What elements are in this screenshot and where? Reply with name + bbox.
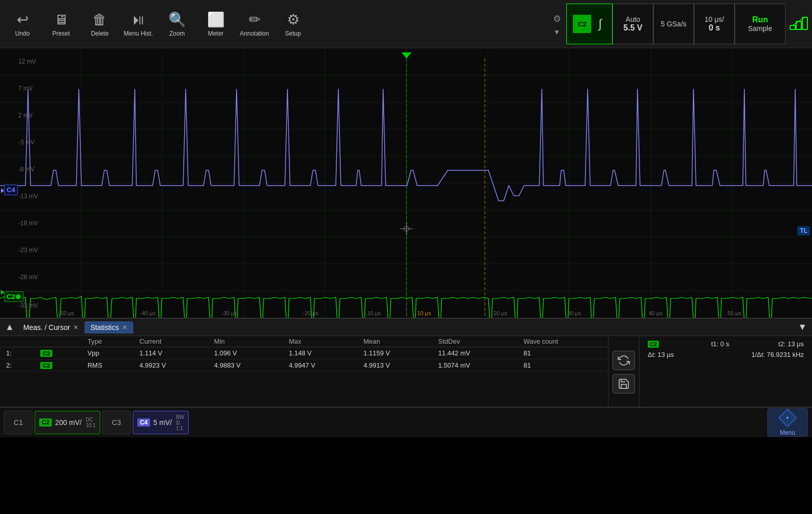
run-button[interactable]: Run Sample [735,4,786,44]
statistics-table: Type Current Min Max Mean StdDev Wave co… [0,336,608,372]
table-header-row: Type Current Min Max Mean StdDev Wave co… [0,336,608,347]
voltage-mode-panel[interactable]: Auto 5.5 V [613,4,653,44]
settings-icon[interactable]: ⚙ [550,12,564,26]
c3-channel-button[interactable]: C3 [102,411,131,434]
svg-text:-20 μs: -20 μs [303,310,318,316]
row2-index: 2: [0,359,34,372]
menu-button[interactable]: ✦ Menu [767,408,808,437]
col-current: Current [133,336,208,347]
svg-text:-13 mV: -13 mV [18,193,38,200]
c2-scale-value: 200 mV/ [55,418,81,427]
col-type: Type [81,336,133,347]
integral-icon: ∫ [594,17,606,31]
network-icon[interactable] [790,13,808,35]
c1-channel-button[interactable]: C1 [4,411,33,434]
time-div-panel[interactable]: 10 μs/ 0 s [694,4,735,44]
c3-label: C3 [112,418,121,427]
svg-text:-28 mV: -28 mV [18,274,38,281]
c4-badge: C4 [137,418,150,427]
time-offset-label: 0 s [709,23,720,33]
run-mode-label: Run [752,15,768,24]
toolbar-right: ⚙ ▼ C2 ∫ Auto 5.5 V 5 GSa/s 10 μs/ 0 s R… [548,0,808,48]
voltage-value: 5.5 V [623,23,642,33]
panel-tabs: ▲ Meas. / Cursor ✕ Statistics ✕ ▼ [0,319,812,336]
statistics-tab[interactable]: Statistics ✕ [84,321,133,334]
zoom-button[interactable]: 🔍 Zoom [159,4,195,44]
col-stddev: StdDev [432,336,517,347]
save-button[interactable] [613,374,635,394]
svg-text:50 μs: 50 μs [728,310,742,316]
svg-text:-8 mV: -8 mV [18,166,35,173]
c4-channel-button[interactable]: C4 5 mV/ BW Ω 1:1 [133,411,189,434]
table-row: 1: C2 Vpp 1.114 V 1.096 V 1.148 V 1.1159… [0,347,608,359]
meter-button[interactable]: ⬜ Meter [197,4,234,44]
stats-actions [608,336,639,408]
preset-icon: 🖥 [54,11,68,28]
sample-rate-panel[interactable]: 5 GSa/s [653,4,694,44]
preset-button[interactable]: 🖥 Preset [43,4,79,44]
ch4-label[interactable]: C4 [4,185,18,195]
meas-cursor-tab[interactable]: Meas. / Cursor ✕ [17,321,84,334]
refresh-button[interactable] [613,351,635,370]
svg-text:-33 mV: -33 mV [18,302,38,309]
meas-cursor-close[interactable]: ✕ [73,324,78,331]
col-min: Min [208,336,283,347]
svg-text:-30 μs: -30 μs [221,310,237,316]
col-ch [34,336,81,347]
undo-label: Undo [15,30,30,37]
t2-value: t2: 13 μs [778,340,804,348]
menu-hist-button[interactable]: ⏯ Menu Hist. [120,4,157,44]
channel-indicator[interactable]: C2 ∫ [566,4,613,44]
c1-label: C1 [14,418,23,427]
svg-text:7 mV: 7 mV [18,85,33,92]
ch2-label[interactable]: C2⊕ [4,291,23,302]
delete-label: Delete [91,30,109,37]
statistics-close[interactable]: ✕ [122,324,127,331]
menu-hist-icon: ⏯ [131,11,146,28]
row1-channel: C2 [34,347,81,359]
panel-left-arrow[interactable]: ▲ [2,322,17,332]
bottom-bar: C1 C2 200 mV/ DC 10:1 C3 C4 5 mV/ BW Ω 1… [0,407,812,437]
setup-label: Setup [285,30,301,37]
svg-text:-23 mV: -23 mV [18,247,38,254]
dt-row: Δt: 13 μs 1/Δt: 76.9231 kHz [648,351,804,358]
dropdown-arrow-icon[interactable]: ▼ [553,28,560,36]
zoom-icon: 🔍 [168,11,186,28]
setup-button[interactable]: ⚙ Setup [275,4,311,44]
row1-current: 1.114 V [133,347,208,359]
delete-button[interactable]: 🗑 Delete [81,4,118,44]
grid-svg: 12 mV 7 mV 2 mV -3 mV -8 mV -13 mV -18 m… [0,48,812,318]
svg-text:20 μs: 20 μs [494,310,508,316]
panel-right-arrow[interactable]: ▼ [795,322,810,332]
svg-text:-50 μs: -50 μs [59,310,74,316]
row1-type: Vpp [81,347,133,359]
row1-stddev: 11.442 mV [432,347,517,359]
row2-min: 4.9883 V [208,359,283,372]
row2-max: 4.9947 V [283,359,358,372]
run-sub-label: Sample [748,24,772,33]
col-index [0,336,34,347]
row2-type: RMS [81,359,133,372]
c2-channel-button[interactable]: C2 200 mV/ DC 10:1 [35,411,100,434]
svg-text:-3 mV: -3 mV [18,139,35,146]
svg-text:12 mV: 12 mV [18,58,36,65]
time-div-label: 10 μs/ [705,15,724,23]
c4-bw-info: BW Ω 1:1 [176,414,184,431]
t1-t2-row: C2 t1: 0 s t2: 13 μs [648,340,804,348]
meter-label: Meter [208,30,224,37]
delete-icon: 🗑 [93,11,107,28]
menu-label: Menu [780,429,795,436]
row2-mean: 4.9913 V [357,359,432,372]
tl-label[interactable]: TL [797,226,810,235]
annotation-button[interactable]: ✏ Annotation [236,4,273,44]
undo-button[interactable]: ↩ Undo [4,4,41,44]
col-wave-count: Wave count [517,336,608,347]
row2-stddev: 1.5074 mV [432,359,517,372]
row2-wave-count: 81 [517,359,608,372]
row1-max: 1.148 V [283,347,358,359]
svg-text:-40 μs: -40 μs [140,310,156,316]
c2-dc-info: DC 10:1 [85,417,95,428]
statistics-table-area: Type Current Min Max Mean StdDev Wave co… [0,336,608,408]
oscilloscope-display: 12 mV 7 mV 2 mV -3 mV -8 mV -13 mV -18 m… [0,48,812,318]
c2-indicator: C2 [648,340,662,348]
